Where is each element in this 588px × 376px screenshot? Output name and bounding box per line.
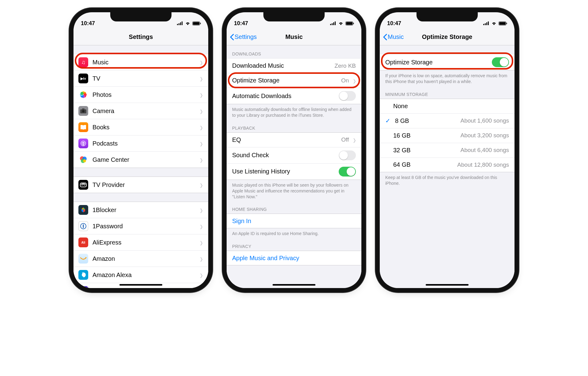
row-label: None xyxy=(393,103,509,110)
row-option-none[interactable]: None xyxy=(380,99,514,113)
back-label: Music xyxy=(388,33,404,40)
row-label: Amazon Alexa xyxy=(92,272,196,279)
status-icons xyxy=(330,21,354,25)
back-button[interactable]: Settings xyxy=(230,33,257,40)
nav-title: Settings xyxy=(129,33,153,40)
home-indicator[interactable] xyxy=(273,284,315,286)
chevron-left-icon xyxy=(230,34,234,40)
signal-icon xyxy=(483,21,489,25)
chevron-icon: › xyxy=(200,73,203,84)
row-sound-check[interactable]: Sound Check xyxy=(227,147,361,163)
row-optimize-toggle[interactable]: Optimize Storage xyxy=(380,54,514,70)
row-option-32gb[interactable]: 32 GB About 6,400 songs xyxy=(380,143,514,158)
nav-title: Optimize Storage xyxy=(422,33,472,40)
aliexpress-icon: Ali xyxy=(78,237,88,247)
svg-rect-34 xyxy=(330,24,331,25)
row-eq[interactable]: EQ Off › xyxy=(227,132,361,147)
chevron-icon: › xyxy=(200,154,203,165)
row-label: Music xyxy=(92,59,196,66)
settings-group-media: ♫ Music › ▶tv TV › Photos › Camera xyxy=(74,54,208,168)
row-value: Off xyxy=(341,136,349,143)
settings-group-apps: 1Blocker › 1Password › Ali AliExpress › … xyxy=(74,202,208,288)
back-button[interactable]: Music xyxy=(383,33,404,40)
svg-rect-2 xyxy=(180,22,181,25)
svg-rect-41 xyxy=(483,24,484,25)
row-books[interactable]: Books › xyxy=(74,119,208,135)
row-label: Game Center xyxy=(92,156,196,163)
svg-point-20 xyxy=(83,143,84,144)
row-downloaded-music[interactable]: Downloaded Music Zero KB xyxy=(227,58,361,73)
row-photos[interactable]: Photos › xyxy=(74,86,208,103)
footer-home-sharing: An Apple ID is required to use Home Shar… xyxy=(227,228,361,238)
row-value: About 6,400 songs xyxy=(461,147,509,154)
phone-optimize-storage: 10:47 Music Optimize Storage Optimize St… xyxy=(380,12,514,288)
row-camera[interactable]: Camera › xyxy=(74,103,208,119)
toggle-auto-downloads[interactable] xyxy=(339,91,356,101)
home-indicator[interactable] xyxy=(119,284,162,286)
svg-rect-40 xyxy=(353,23,354,24)
row-option-16gb[interactable]: 16 GB About 3,200 songs xyxy=(380,128,514,143)
svg-rect-1 xyxy=(179,23,179,25)
row-option-64gb[interactable]: 64 GB About 12,800 songs xyxy=(380,158,514,172)
notch xyxy=(110,12,172,21)
row-value: About 12,800 songs xyxy=(457,161,509,168)
row-label: Optimize Storage xyxy=(232,77,337,84)
row-automatic-downloads[interactable]: Automatic Downloads xyxy=(227,88,361,104)
row-label: 32 GB xyxy=(393,147,456,154)
nav-bar: Music Optimize Storage xyxy=(380,29,514,45)
section-header-home-sharing: Home Sharing xyxy=(227,201,361,214)
chevron-icon: › xyxy=(200,122,203,133)
row-sign-in[interactable]: Sign In xyxy=(227,214,361,228)
row-label: Downloaded Music xyxy=(232,62,330,69)
row-value: About 3,200 songs xyxy=(461,132,509,139)
row-label: Automatic Downloads xyxy=(232,93,334,100)
row-label: 8 GB xyxy=(395,117,456,124)
row-podcasts[interactable]: Podcasts › xyxy=(74,135,208,151)
row-privacy[interactable]: Apple Music and Privacy xyxy=(227,251,361,265)
row-gamecenter[interactable]: Game Center › xyxy=(74,151,208,168)
footer-auto-dl: Music automatically downloads for offlin… xyxy=(227,104,361,120)
chevron-icon: › xyxy=(200,221,203,232)
row-app-alexa[interactable]: Amazon Alexa › xyxy=(74,267,208,283)
row-listening-history[interactable]: Use Listening History xyxy=(227,163,361,180)
signal-icon xyxy=(177,21,183,25)
notch xyxy=(417,12,478,21)
row-app-1password[interactable]: 1Password › xyxy=(74,218,208,234)
row-app-aliexpress[interactable]: Ali AliExpress › xyxy=(74,234,208,250)
row-label: 1Password xyxy=(92,223,196,230)
toggle-sound-check[interactable] xyxy=(339,150,356,160)
row-tv-provider[interactable]: TV Provider › xyxy=(74,177,208,193)
toggle-optimize-storage[interactable] xyxy=(492,57,509,67)
row-tv[interactable]: ▶tv TV › xyxy=(74,70,208,86)
row-label: Optimize Storage xyxy=(385,59,488,66)
row-app-1blocker[interactable]: 1Blocker › xyxy=(74,202,208,218)
toggle-listening-history[interactable] xyxy=(339,167,356,177)
row-label: AliExpress xyxy=(92,239,196,246)
row-option-8gb[interactable]: ✓ 8 GB About 1,600 songs xyxy=(380,113,514,128)
privacy-link: Apple Music and Privacy xyxy=(232,255,356,262)
back-label: Settings xyxy=(235,33,257,40)
status-time: 10:47 xyxy=(81,20,95,27)
row-label: TV Provider xyxy=(92,181,196,188)
books-icon xyxy=(78,122,88,132)
wifi-icon xyxy=(491,21,497,25)
chevron-icon: › xyxy=(353,134,356,145)
row-label: 16 GB xyxy=(393,132,456,139)
content-pane[interactable]: Optimize Storage If your iPhone is low o… xyxy=(380,45,514,288)
home-indicator[interactable] xyxy=(426,284,469,286)
svg-rect-42 xyxy=(485,23,486,25)
chevron-icon: › xyxy=(200,138,203,149)
row-label: Use Listening History xyxy=(232,168,334,175)
row-music[interactable]: ♫ Music › xyxy=(74,54,208,70)
battery-icon xyxy=(192,21,201,25)
content-pane[interactable]: ♫ Music › ▶tv TV › Photos › Camera xyxy=(74,45,208,288)
content-pane[interactable]: Downloads Downloaded Music Zero KB Optim… xyxy=(227,45,361,288)
row-label: Books xyxy=(92,124,196,131)
wifi-icon xyxy=(338,21,344,25)
row-app-amazon[interactable]: Amazon › xyxy=(74,250,208,267)
amazon-icon xyxy=(78,254,88,264)
section-header-playback: Playback xyxy=(227,120,361,132)
row-optimize-storage[interactable]: Optimize Storage On › xyxy=(227,73,361,88)
photos-icon xyxy=(78,90,88,100)
row-label: Podcasts xyxy=(92,140,196,147)
